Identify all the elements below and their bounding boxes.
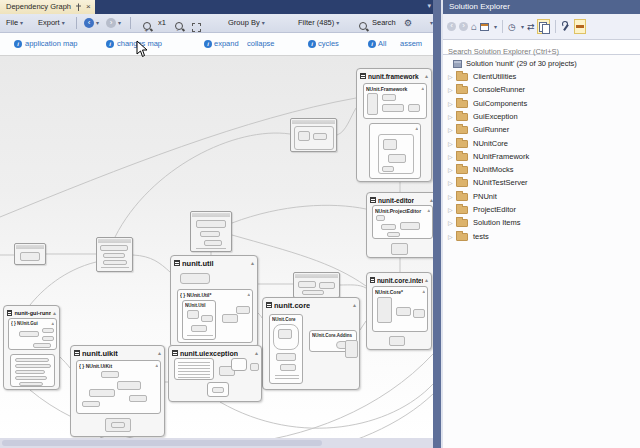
namespace-box[interactable]: { } NUnit.Gui▴	[8, 318, 57, 350]
type-box[interactable]	[207, 382, 229, 397]
project-item[interactable]: ▷GuiComponents	[443, 97, 640, 110]
sync-with-active-document-icon[interactable]: ⇄	[527, 22, 535, 32]
graph-node-nunit-uiexception[interactable]: nunit.uiexception▴	[168, 345, 262, 402]
separator	[502, 20, 503, 33]
graph-node-small[interactable]	[290, 118, 337, 152]
chevron-down-icon[interactable]: ▾	[521, 23, 524, 30]
namespace-box[interactable]: NUnit.Framework▴	[363, 83, 427, 119]
project-item[interactable]: ▷NUnitMocks	[443, 163, 640, 176]
collapse-all-button[interactable]	[574, 19, 586, 34]
expander-icon[interactable]: ▷	[448, 166, 456, 173]
link-application-map[interactable]: application map	[25, 39, 78, 48]
graph-node-nunit-core-interfaces[interactable]: nunit.core.interfaces▴ NUnit.Core*▴	[366, 272, 432, 350]
namespace-box[interactable]: { } NUnit.UiKit▴	[76, 360, 161, 414]
project-item[interactable]: ▷NUnitTestServer	[443, 176, 640, 189]
show-all-files-button[interactable]	[537, 19, 550, 34]
group-icon	[174, 260, 180, 266]
collapse-chevron-icon[interactable]: ▴	[53, 310, 56, 316]
expander-icon[interactable]: ▷	[448, 233, 456, 240]
namespace-box[interactable]: NUnit.Core*▴	[372, 286, 428, 332]
group-by-menu[interactable]: Group By▾	[228, 14, 265, 32]
expander-icon[interactable]: ▷	[448, 193, 456, 200]
tab-dependency-graph[interactable]: Dependency Graph ×	[0, 0, 95, 14]
graph-node-nunit-uikit[interactable]: nunit.uikit▴ { } NUnit.UiKit▴	[70, 345, 165, 437]
type-box[interactable]: NUnit.Util	[182, 300, 216, 340]
close-icon[interactable]: ×	[86, 0, 91, 14]
vertical-scrollbar[interactable]	[433, 0, 443, 448]
collapse-chevron-icon[interactable]: ▴	[251, 260, 254, 266]
expander-icon[interactable]: ▷	[448, 73, 456, 80]
expander-icon[interactable]: ▷	[448, 153, 456, 160]
export-menu[interactable]: Export▾	[38, 14, 65, 32]
dependency-graph-canvas[interactable]: nunit.framework▴ NUnit.Framework▴ ▴	[0, 56, 433, 438]
zoom-level[interactable]: x1	[158, 14, 166, 32]
expander-icon[interactable]: ▷	[448, 206, 456, 213]
solution-explorer-search[interactable]	[443, 39, 640, 55]
link-collapse[interactable]: collapse	[247, 39, 275, 48]
forward-button[interactable]: ›▾	[106, 14, 121, 32]
graph-node-small[interactable]	[293, 272, 340, 298]
project-item[interactable]: ▷NUnitCore	[443, 137, 640, 150]
graph-node-small[interactable]	[96, 237, 133, 272]
switch-views-icon[interactable]	[480, 23, 489, 31]
collapse-chevron-icon[interactable]: ▴	[158, 350, 161, 356]
expander-icon[interactable]: ▷	[448, 179, 456, 186]
pin-icon[interactable]	[75, 3, 82, 12]
collapse-chevron-icon[interactable]: ▴	[425, 277, 428, 283]
project-item[interactable]: ▷ConsoleRunner	[443, 83, 640, 96]
graph-node-nunit-util[interactable]: nunit.util▴ { } NUnit.Util*▴ NUnit.Util	[170, 255, 258, 348]
project-item[interactable]: ▷ClientUtilities	[443, 70, 640, 83]
horizontal-scrollbar[interactable]	[0, 438, 433, 448]
namespace-box[interactable]: NUnit.Core	[269, 314, 303, 384]
namespace-box[interactable]: ▴	[369, 123, 421, 179]
graph-node-nunit-framework[interactable]: nunit.framework▴ NUnit.Framework▴ ▴	[356, 68, 432, 182]
project-item[interactable]: ▷PNUnit	[443, 190, 640, 203]
namespace-box[interactable]: { } NUnit.Util*▴ NUnit.Util	[177, 289, 253, 343]
back-button[interactable]: ‹▾	[84, 14, 99, 32]
graph-node-small[interactable]	[14, 243, 46, 265]
filter-menu[interactable]: Filter (485)▾	[298, 14, 339, 32]
project-item[interactable]: ▷GuiRunner	[443, 123, 640, 136]
link-cycles[interactable]: cycles	[318, 39, 339, 48]
namespace-box[interactable]: NUnit.ProjectEditor▴	[372, 205, 433, 239]
link-assemblies[interactable]: assem	[400, 39, 422, 48]
file-menu[interactable]: File▾	[6, 14, 23, 32]
graph-node-nunit-core[interactable]: nunit.core▴ NUnit.Core NUnit.Core.Addins	[262, 297, 360, 390]
type-box[interactable]	[174, 358, 214, 380]
graph-node-nunit-gui-runner[interactable]: nunit-gui-runner▴ { } NUnit.Gui▴	[3, 305, 60, 390]
expander-icon[interactable]: ▷	[448, 140, 456, 147]
solution-explorer-title[interactable]: Solution Explorer	[443, 0, 640, 14]
search-label[interactable]: Search	[372, 14, 396, 32]
chevron-down-icon: ▾	[118, 20, 121, 26]
properties-wrench-icon[interactable]	[561, 21, 571, 32]
type-box[interactable]	[231, 358, 247, 371]
expander-icon[interactable]: ▷	[448, 126, 456, 133]
horizontal-scrollbar-thumb[interactable]	[2, 440, 322, 446]
link-all[interactable]: All	[378, 39, 386, 48]
project-item[interactable]: ▷NUnitFramework	[443, 150, 640, 163]
collapse-chevron-icon[interactable]: ▴	[255, 350, 258, 356]
back-icon[interactable]: ‹	[447, 22, 456, 31]
expander-icon[interactable]: ▷	[448, 86, 456, 93]
expander-icon[interactable]: ▷	[448, 113, 456, 120]
graph-node-nunit-editor[interactable]: nunit-editor▴ NUnit.ProjectEditor▴	[366, 192, 437, 258]
pending-changes-filter-icon[interactable]: ◷	[508, 22, 516, 32]
project-item[interactable]: ▷tests	[443, 230, 640, 243]
expander-icon[interactable]: ▷	[448, 219, 456, 226]
document-list-dropdown-icon[interactable]: ▾	[427, 2, 431, 10]
settings-gear-icon[interactable]: ⚙	[404, 14, 412, 32]
folder-icon	[456, 86, 468, 94]
collapse-chevron-icon[interactable]: ▴	[425, 73, 428, 79]
collapse-chevron-icon[interactable]: ▴	[353, 302, 356, 308]
project-item[interactable]: ▷ProjectEditor	[443, 203, 640, 216]
forward-icon[interactable]: ›	[459, 22, 468, 31]
project-item[interactable]: ▷GuiException	[443, 110, 640, 123]
project-item[interactable]: ▷Solution Items	[443, 216, 640, 229]
expander-icon[interactable]: ▷	[448, 100, 456, 107]
graph-node-small[interactable]	[190, 211, 232, 252]
solution-root-item[interactable]: Solution 'nunit' (29 of 30 projects)	[443, 57, 640, 70]
home-icon[interactable]: ⌂	[471, 21, 477, 32]
type-list-box[interactable]	[10, 354, 55, 387]
link-expand[interactable]: expand	[214, 39, 239, 48]
chevron-down-icon[interactable]: ▾	[494, 23, 497, 30]
